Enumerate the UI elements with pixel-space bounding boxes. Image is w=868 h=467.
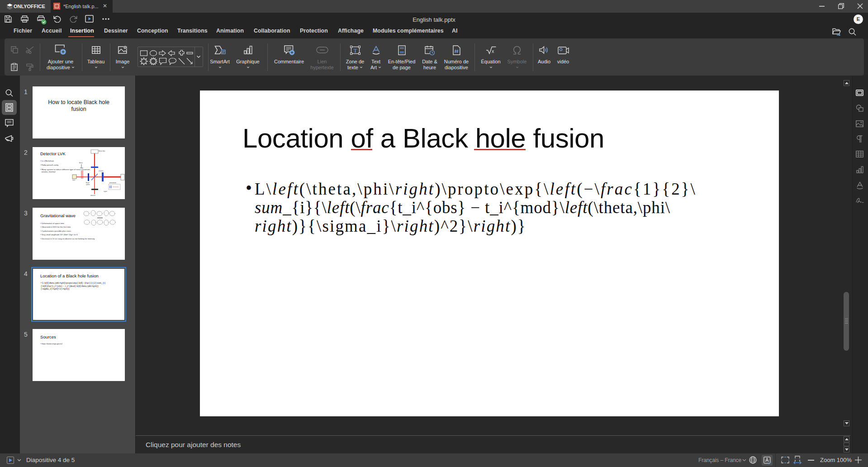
svg-text:T: T bbox=[354, 47, 357, 54]
svg-text:Mirror 4km: Mirror 4km bbox=[99, 150, 105, 152]
svg-text:laser: laser bbox=[72, 179, 76, 181]
svg-text:splitter: splitter bbox=[86, 184, 90, 186]
svg-text:x: x bbox=[492, 48, 494, 54]
svg-text:photodiode: photodiode bbox=[109, 182, 116, 184]
svg-text:signal: signal bbox=[104, 191, 107, 192]
svg-text:(23,4%): (23,4%) bbox=[99, 170, 104, 172]
svg-text:Mirror: Mirror bbox=[79, 162, 83, 164]
svg-text:detector: detector bbox=[90, 195, 95, 196]
